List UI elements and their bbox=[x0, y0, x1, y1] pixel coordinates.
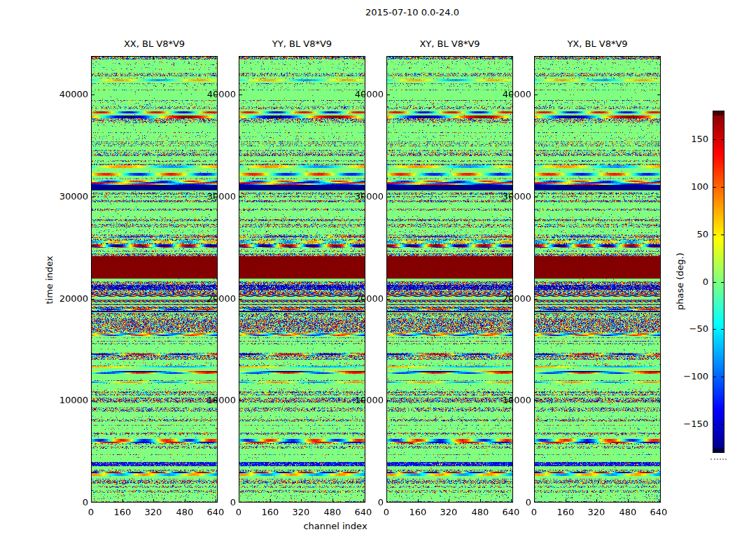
y-tick-label: 0 bbox=[492, 497, 531, 507]
y-tick-label: 10000 bbox=[197, 395, 236, 405]
x-tick-label: 480 bbox=[169, 507, 200, 517]
panel-title-yx: YX, BL V8*V9 bbox=[534, 38, 661, 49]
heatmap-panel-yy bbox=[239, 56, 365, 503]
colorbar-edge-dots bbox=[710, 458, 727, 460]
colorbar bbox=[713, 111, 724, 453]
y-tick-label: 0 bbox=[197, 497, 236, 507]
x-tick-label: 160 bbox=[402, 507, 433, 517]
colorbar-tick-label: 100 bbox=[678, 181, 708, 192]
y-tick-label: 40000 bbox=[492, 89, 531, 99]
x-tick-label: 320 bbox=[433, 507, 464, 517]
figure-suptitle: 2015-07-10 0.0-24.0 bbox=[365, 7, 459, 18]
x-tick-label: 320 bbox=[581, 507, 612, 517]
x-tick-label: 480 bbox=[465, 507, 496, 517]
panel-title-yy: YY, BL V8*V9 bbox=[239, 38, 365, 49]
x-tick-label: 0 bbox=[76, 507, 106, 517]
colorbar-tick-label: 150 bbox=[678, 134, 708, 144]
y-tick-label: 20000 bbox=[344, 293, 384, 304]
x-tick-label: 0 bbox=[223, 507, 254, 517]
x-tick-label: 0 bbox=[371, 507, 402, 517]
y-tick-label: 20000 bbox=[197, 293, 236, 304]
x-tick-label: 160 bbox=[550, 507, 581, 517]
y-tick-label: 10000 bbox=[492, 395, 531, 405]
x-tick-label: 0 bbox=[519, 507, 550, 517]
y-tick-label: 0 bbox=[49, 497, 88, 507]
y-tick-label: 10000 bbox=[344, 395, 384, 405]
colorbar-tick-label: −150 bbox=[678, 419, 708, 429]
y-tick-label: 40000 bbox=[344, 89, 384, 99]
x-tick-label: 160 bbox=[107, 507, 138, 517]
panel-title-xx: XX, BL V8*V9 bbox=[91, 38, 218, 49]
colorbar-tick-label: −100 bbox=[678, 371, 708, 382]
y-tick-label: 10000 bbox=[49, 395, 88, 405]
colorbar-tick-label: 0 bbox=[678, 276, 708, 287]
y-tick-label: 20000 bbox=[492, 293, 531, 304]
panel-title-xy: XY, BL V8*V9 bbox=[386, 38, 513, 49]
y-tick-label: 30000 bbox=[344, 191, 384, 202]
x-tick-label: 480 bbox=[612, 507, 643, 517]
x-tick-label: 320 bbox=[286, 507, 316, 517]
y-tick-label: 0 bbox=[344, 497, 384, 507]
y-tick-label: 40000 bbox=[49, 89, 88, 99]
colorbar-tick-label: −50 bbox=[678, 323, 708, 334]
heatmap-panel-yx bbox=[534, 56, 661, 503]
heatmap-panel-xy bbox=[386, 56, 513, 503]
x-tick-label: 160 bbox=[255, 507, 286, 517]
x-tick-label: 320 bbox=[138, 507, 169, 517]
y-tick-label: 30000 bbox=[49, 191, 88, 202]
matplotlib-figure: 2015-07-10 0.0-24.0 XX, BL V8*V9 YY, BL … bbox=[0, 0, 735, 560]
y-tick-label: 30000 bbox=[197, 191, 236, 202]
y-tick-label: 20000 bbox=[49, 293, 88, 304]
heatmap-panel-xx bbox=[91, 56, 218, 503]
x-tick-label: 640 bbox=[643, 507, 674, 517]
colorbar-tick-label: 50 bbox=[678, 229, 708, 239]
y-tick-label: 30000 bbox=[492, 191, 531, 202]
y-tick-label: 40000 bbox=[197, 89, 236, 99]
x-tick-label: 480 bbox=[317, 507, 348, 517]
x-axis-label: channel index bbox=[303, 521, 367, 531]
